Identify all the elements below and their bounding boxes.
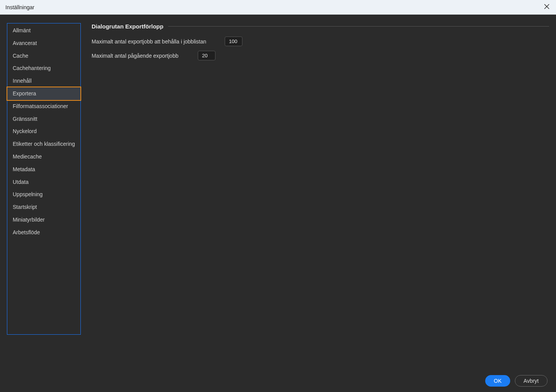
- sidebar-item[interactable]: Gränssnitt: [7, 113, 80, 125]
- category-sidebar: AllmäntAvanceratCacheCachehanteringInneh…: [7, 23, 81, 335]
- window-title: Inställningar: [5, 4, 35, 10]
- sidebar-item[interactable]: Avancerat: [7, 37, 80, 50]
- field-max-running: Maximalt antal pågående exportjobb: [92, 51, 549, 60]
- main-area: AllmäntAvanceratCacheCachehanteringInneh…: [0, 15, 556, 392]
- sidebar-item[interactable]: Cache: [7, 50, 80, 62]
- sidebar-item[interactable]: Innehåll: [7, 75, 80, 87]
- sidebar-item[interactable]: Arbetsflöde: [7, 226, 80, 239]
- field-label: Maximalt antal pågående exportjobb: [92, 53, 192, 59]
- content-panel: Dialogrutan Exportförlopp Maximalt antal…: [92, 23, 549, 392]
- sidebar-item[interactable]: Cachehantering: [7, 62, 80, 75]
- dialog-footer: OK Avbryt: [485, 375, 548, 387]
- sidebar-item[interactable]: Miniatyrbilder: [7, 214, 80, 226]
- sidebar-item[interactable]: Allmänt: [7, 24, 80, 37]
- close-icon: [544, 4, 549, 10]
- section-header: Dialogrutan Exportförlopp: [92, 23, 549, 30]
- sidebar-item[interactable]: Startskript: [7, 201, 80, 214]
- sidebar-item[interactable]: Mediecache: [7, 150, 80, 163]
- field-input-max-running[interactable]: [198, 51, 215, 60]
- sidebar-item[interactable]: Exportera: [7, 87, 81, 101]
- field-input-max-keep[interactable]: [225, 37, 242, 46]
- sidebar-item[interactable]: Uppspelning: [7, 188, 80, 201]
- sidebar-item[interactable]: Metadata: [7, 163, 80, 176]
- field-label: Maximalt antal exportjobb att behålla i …: [92, 38, 219, 45]
- sidebar-item[interactable]: Utdata: [7, 176, 80, 188]
- sidebar-item[interactable]: Etiketter och klassificering: [7, 138, 80, 150]
- title-bar: Inställningar: [0, 0, 556, 15]
- sidebar-item[interactable]: Nyckelord: [7, 125, 80, 138]
- ok-button[interactable]: OK: [485, 375, 510, 387]
- sidebar-item[interactable]: Filformatsassociationer: [7, 100, 80, 113]
- field-max-keep: Maximalt antal exportjobb att behålla i …: [92, 37, 549, 46]
- section-divider: [168, 26, 549, 27]
- cancel-button[interactable]: Avbryt: [515, 375, 548, 387]
- close-button[interactable]: [543, 3, 551, 11]
- section-title: Dialogrutan Exportförlopp: [92, 23, 164, 30]
